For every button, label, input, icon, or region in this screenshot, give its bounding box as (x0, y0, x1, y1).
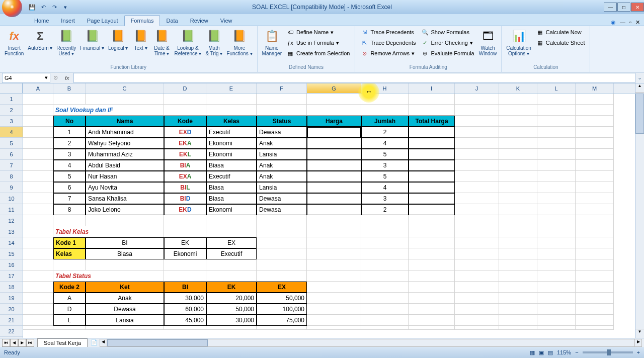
cell[interactable] (409, 304, 455, 315)
tab-data[interactable]: Data (160, 16, 184, 26)
cell-nama[interactable]: Wahyu Setyono (86, 138, 164, 149)
minimize-button[interactable]: — (604, 3, 617, 12)
cell-kelas[interactable]: Biasa (206, 193, 257, 204)
cell[interactable] (537, 259, 576, 270)
cell-no[interactable]: 4 (53, 160, 86, 171)
cell[interactable] (23, 215, 53, 226)
cell[interactable] (307, 237, 361, 248)
name-manager-button[interactable]: 📋 Name Manager (261, 27, 283, 57)
cell[interactable] (361, 270, 409, 282)
sheet-nav-prev[interactable]: ◀ (10, 339, 18, 347)
row-header-20[interactable]: 20 (0, 304, 23, 315)
row-header-1[interactable]: 1 (0, 94, 23, 105)
cell-kelas[interactable]: Ekonomi (206, 138, 257, 149)
cell[interactable] (164, 270, 206, 282)
col-header-G[interactable]: G (307, 83, 361, 93)
cell-harga[interactable] (307, 138, 361, 149)
kelas-code[interactable]: EX (206, 237, 257, 248)
cell[interactable] (499, 182, 537, 193)
cell[interactable] (537, 226, 576, 237)
cell[interactable] (455, 105, 499, 116)
cell[interactable] (257, 215, 307, 226)
cell[interactable] (576, 149, 614, 160)
cell[interactable] (361, 326, 409, 330)
view-break-icon[interactable]: ▤ (548, 349, 553, 356)
cell[interactable] (361, 282, 409, 293)
cell[interactable] (307, 282, 361, 293)
cell[interactable] (23, 160, 53, 171)
cell[interactable] (499, 215, 537, 226)
name-box[interactable]: G4▾ (2, 73, 50, 83)
save-icon[interactable]: 💾 (28, 3, 36, 11)
cell[interactable] (206, 270, 257, 282)
cell[interactable] (257, 270, 307, 282)
cell[interactable] (361, 315, 409, 326)
header-kelas[interactable]: Kelas (206, 116, 257, 127)
error-checking-button[interactable]: ✓Error Checking ▾ (419, 38, 476, 48)
cell[interactable] (537, 94, 576, 105)
cell[interactable] (537, 248, 576, 259)
zoom-slider[interactable] (583, 351, 633, 353)
cell-total[interactable] (409, 149, 455, 160)
cell[interactable] (455, 270, 499, 282)
col-header-D[interactable]: D (164, 83, 206, 93)
cell[interactable] (307, 270, 361, 282)
status-title[interactable]: Tabel Status (53, 270, 164, 282)
cell[interactable] (257, 94, 307, 105)
cell[interactable] (23, 171, 53, 182)
cell[interactable] (499, 259, 537, 270)
cell[interactable] (537, 182, 576, 193)
cell[interactable] (23, 138, 53, 149)
cell[interactable] (23, 282, 53, 293)
cell[interactable] (361, 248, 409, 259)
remove-arrows-button[interactable]: ⊘Remove Arrows ▾ (358, 48, 418, 58)
create-from-selection-button[interactable]: ▦Create from Selection (284, 48, 352, 58)
cell[interactable] (257, 259, 307, 270)
cell-kelas[interactable]: Executif (206, 171, 257, 182)
header-nama[interactable]: Nama (86, 116, 164, 127)
cell-nama[interactable]: Muhammad Aziz (86, 149, 164, 160)
cell[interactable] (537, 326, 576, 330)
cell[interactable] (257, 248, 307, 259)
cell-status[interactable]: Anak (257, 138, 307, 149)
cell[interactable] (499, 226, 537, 237)
cell[interactable] (455, 127, 499, 138)
cell[interactable] (361, 226, 409, 237)
cell-jumlah[interactable]: 4 (361, 182, 409, 193)
cell-total[interactable] (409, 204, 455, 215)
cell[interactable] (499, 171, 537, 182)
cell-kode[interactable]: EKD (164, 204, 206, 215)
cell[interactable] (23, 116, 53, 127)
text-button[interactable]: 📙 Text ▾ (130, 27, 150, 52)
status-header[interactable]: Kode 2 (53, 282, 86, 293)
cell[interactable] (307, 326, 361, 330)
cell[interactable] (455, 215, 499, 226)
cell[interactable] (537, 204, 576, 215)
cell[interactable] (257, 226, 307, 237)
cell[interactable] (576, 105, 614, 116)
cell[interactable] (499, 326, 537, 330)
cell[interactable] (23, 259, 53, 270)
tab-review[interactable]: Review (184, 16, 214, 26)
row-header-14[interactable]: 14 (0, 237, 23, 248)
cell[interactable] (537, 138, 576, 149)
status-bi[interactable]: 30,000 (164, 293, 206, 304)
cell[interactable] (499, 116, 537, 127)
maximize-button[interactable]: □ (617, 3, 630, 12)
cell[interactable] (164, 215, 206, 226)
cell[interactable] (307, 105, 361, 116)
cell[interactable] (455, 138, 499, 149)
status-kode[interactable]: A (53, 293, 86, 304)
cell-nama[interactable]: Ayu Novita (86, 182, 164, 193)
cell[interactable] (537, 171, 576, 182)
cell[interactable] (455, 315, 499, 326)
cell[interactable] (576, 259, 614, 270)
kelas-code[interactable]: EK (164, 237, 206, 248)
status-header[interactable]: EX (257, 282, 307, 293)
cell-jumlah[interactable]: 5 (361, 171, 409, 182)
kelas-kelas[interactable]: Kelas (53, 248, 86, 259)
cell[interactable] (361, 259, 409, 270)
cell-kelas[interactable]: Biasa (206, 160, 257, 171)
sheet-tab[interactable]: Soal Test Kerja (37, 338, 88, 347)
math-trig-button[interactable]: 📗 Math & Trig ▾ (204, 27, 224, 57)
